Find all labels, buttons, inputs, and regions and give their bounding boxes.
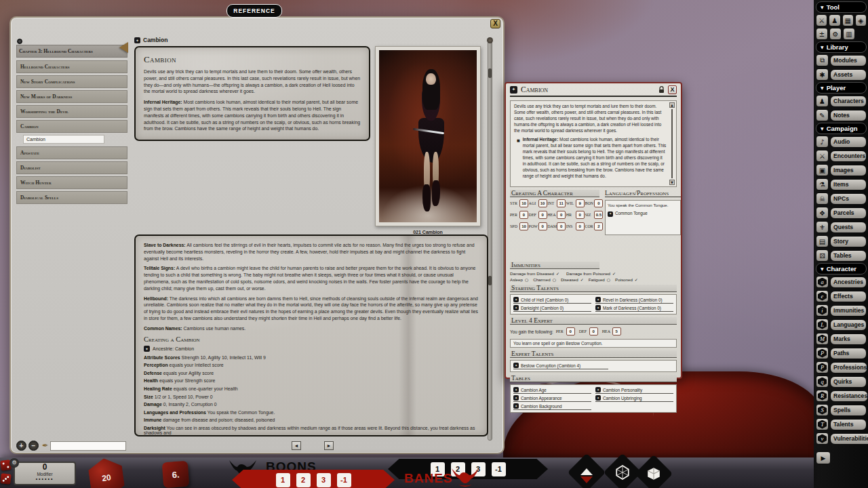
stat-value-box[interactable]: 0 [589,327,598,336]
bane-slot[interactable]: -1 [337,473,351,487]
stat-value-box[interactable]: 2 [594,222,603,230]
back-arrow-icon[interactable] [119,42,128,53]
options-icon[interactable]: ⚙ [829,28,842,40]
stat-value-box[interactable]: 10 [519,222,528,230]
scroll-thumb[interactable] [488,68,492,78]
bane-slot[interactable]: 2 [296,473,311,487]
stat-value-box[interactable]: 0 [557,211,566,219]
stat-value-box[interactable]: 10 [519,199,528,207]
scrollbar[interactable]: ▲ ▼ [669,102,675,185]
table-link[interactable]: ✦ Cambion Background [513,403,591,410]
sidebar-item-quirks[interactable]: q Quirks [816,375,867,388]
lock-icon[interactable] [658,86,665,94]
sidebar-item-story[interactable]: ▤ Story [816,235,867,247]
sidebar-item-audio[interactable]: ♪ Audio [816,136,867,148]
table-link[interactable]: ✦ Cambion Upbringing [595,395,673,402]
sidebar-item-effects[interactable]: e Effects [816,290,867,302]
immunity-check[interactable]: Asleep○ [510,277,528,282]
stat-value-box[interactable]: 11 [557,199,566,207]
talent-link[interactable]: ✦ Revel in Darkness (Cambion 0) [595,297,673,304]
sidebar-item-npcs[interactable]: ☠ NPCs [816,192,867,205]
portrait-frame[interactable] [375,46,481,226]
sidebar-expand-button[interactable]: ▶ [816,451,831,464]
search-input[interactable] [50,441,126,451]
scroll-track[interactable] [671,109,673,178]
chapter-item[interactable]: Worshipping the Devil [16,105,127,118]
sidebar-section-campaign[interactable]: ▼Campaign [816,123,867,134]
window-options-icon[interactable] [17,39,22,44]
immunity-check[interactable]: Damage from Poisoned✓ [566,271,616,276]
sidebar-item-resistances[interactable]: R Resistances [816,390,867,402]
sidebar-item-characters[interactable]: ♟ Characters [816,95,867,107]
sidebar-item-parcels[interactable]: ❖ Parcels [816,207,867,219]
talent-link[interactable]: ✦ Child of Hell (Cambion 0) [513,297,591,304]
sidebar-item-assets[interactable]: ✱ Assets [816,68,867,81]
chapter-item[interactable]: Apostate [16,146,127,159]
scroll-pin-icon[interactable] [487,37,493,43]
page-prev-button[interactable]: ◄ [292,441,301,450]
chapter-subitem-active[interactable]: Cambion [23,135,104,144]
zoom-in-button[interactable]: + [16,441,26,451]
sidebar-item-images[interactable]: ▣ Images [816,164,867,176]
immunity-check[interactable]: Charmed○ [533,277,556,282]
roll-direction-button[interactable] [568,453,606,488]
bane-slot[interactable]: 1 [276,473,290,487]
immunity-check[interactable]: Poisoned✓ [615,277,638,282]
table-link[interactable]: ✦ Cambion Personality [595,387,673,394]
talent-link[interactable]: ✦ Mark of Darkness (Cambion 0) [595,305,673,312]
tokens-icon[interactable]: ♟ [829,14,840,26]
table-link[interactable]: ✦ Cambion Appearance [513,395,591,402]
gear-icon[interactable]: ⚙ [9,458,19,468]
modifier-box[interactable]: ⚙ 0 Modifier •••••• [14,462,76,485]
sidebar-item-notes[interactable]: ✎ Notes [816,109,867,121]
stat-value-box[interactable]: 0 [576,222,585,230]
scroll-up-icon[interactable]: ▲ [669,102,675,108]
chapter-item[interactable]: Hellbound Characters [16,60,127,73]
sidebar-item-quests[interactable]: ⚜ Quests [816,221,867,233]
d6-die[interactable]: 6. [162,461,190,488]
table-link[interactable]: ✦ Cambion Age [513,387,591,394]
sidebar-item-paths[interactable]: P Paths [816,347,867,359]
stat-value-box[interactable]: 9 [576,199,585,207]
chapter-item[interactable]: New Story Complications [16,75,127,88]
effects-icon[interactable]: ▥ [843,28,855,40]
close-icon[interactable]: X [490,19,500,28]
stat-value-box[interactable]: 5 [612,327,621,336]
immunity-check[interactable]: Fatigued○ [589,277,610,282]
chapter-item[interactable]: Diabolical Spells [16,191,127,204]
page-next-button[interactable]: ► [324,441,334,450]
immunity-check[interactable]: Diseased✓ [561,277,584,282]
stat-value-box[interactable]: 0 [594,199,603,207]
scroll-mark[interactable] [488,276,492,285]
stat-value-box[interactable]: 0 [519,211,528,219]
boon-slot[interactable]: -1 [492,462,506,476]
modifiers-icon[interactable]: ± [816,28,828,40]
stat-value-box[interactable]: 0.5 [594,211,603,219]
stat-value-box[interactable]: 0 [576,211,585,219]
sidebar-item-modules[interactable]: ⧉ Modules [816,54,867,66]
sidebar-item-immunities[interactable]: i Immunities [816,304,867,317]
chapter-item[interactable]: Diabolist [16,161,127,174]
sidebar-item-marks[interactable]: M Marks [816,333,867,345]
sidebar-item-vulnerabilities[interactable]: v Vulnerabilities [816,432,867,445]
sidebar-item-tables[interactable]: ⚄ Tables [816,249,867,262]
sidebar-item-encounters[interactable]: ⚔ Encounters [816,150,867,162]
reference-tab[interactable]: REFERENCE [226,4,282,18]
scrollbar[interactable] [488,41,492,441]
language-link[interactable]: ✦ Common Tongue [608,211,678,218]
modifier-slot-dots[interactable]: •••••• [15,476,75,482]
chapter-item[interactable]: New Marks of Darkness [16,90,127,103]
close-icon[interactable]: X [668,85,677,94]
bane-slot[interactable]: 3 [317,473,331,487]
mini-die-icon[interactable] [0,473,11,484]
stat-value-box[interactable]: 10 [538,199,547,207]
sidebar-item-spells[interactable]: S Spells [816,404,867,416]
cambion-title-bar[interactable]: ✦ Cambion X [510,83,677,97]
dice-icon[interactable]: ◈ [855,14,867,26]
sidebar-item-professions[interactable]: P Professions [816,361,867,373]
d6-tray-button[interactable] [635,455,673,488]
scroll-down-icon[interactable]: ▼ [669,180,675,185]
stat-value-box[interactable]: 0 [538,222,547,230]
chapter-item[interactable]: Cambion [16,120,127,133]
sidebar-section-tool[interactable]: ▼Tool [816,1,867,13]
